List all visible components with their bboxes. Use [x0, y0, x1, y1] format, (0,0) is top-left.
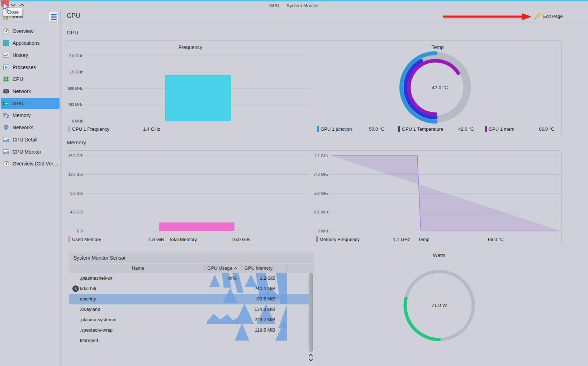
gpu-icon: GPU [3, 100, 9, 107]
svg-text:GPU: GPU [4, 102, 8, 105]
process-icon [72, 285, 79, 292]
legend-value: 66.0 °C [488, 237, 504, 242]
process-gpu-memory: 1.2 GiB [238, 275, 275, 281]
window-title: GPU — System Monitor [269, 3, 319, 8]
history-icon [3, 52, 9, 58]
svg-text:0 MHz: 0 MHz [72, 119, 83, 123]
tidal-hifi-icon [72, 285, 79, 292]
memory-bar-chart: 16.0 GiB12.0 GiB8.0 GiB4.0 GiB0 B [67, 151, 314, 245]
networks-icon [3, 124, 9, 131]
legend-label: GPU 1 mem [489, 126, 514, 132]
sidebar-item-label: Network [13, 88, 31, 94]
sidebar-item-label: History [13, 52, 28, 58]
sidebar-divider [60, 10, 61, 366]
sidebar-item-cpu[interactable]: CPU [1, 74, 60, 85]
sidebar-item-label: CPU Detail [13, 137, 37, 143]
sidebar-item-label: Overview (Old Ver… [13, 161, 58, 167]
process-icon [72, 316, 79, 323]
legend-swatch [398, 126, 400, 132]
table-row[interactable]: .plasma-systemm 229.2 MiB [69, 315, 309, 325]
gpu-section-label: GPU [67, 29, 79, 35]
legend-label: Memory Frequency [319, 237, 360, 242]
svg-text:0 MHz: 0 MHz [318, 229, 328, 233]
page-title: GPU [67, 12, 80, 20]
hamburger-menu-button[interactable] [49, 12, 59, 22]
legend-label: GPU 1 Frequency [72, 126, 109, 132]
processes-icon [3, 64, 9, 71]
table-row[interactable]: kthreadd [69, 336, 309, 346]
titlebar[interactable]: GPU — System Monitor [0, 1, 588, 10]
sidebar-item-history[interactable]: History [1, 49, 60, 61]
sidebar-item-cpu-detail[interactable]: CPU Detail [1, 134, 60, 145]
table-title: System Monitor Sensor [74, 255, 126, 261]
column-header-name[interactable]: Name [69, 265, 207, 271]
legend-label: Temp [418, 237, 430, 242]
annotation-arrow [442, 13, 532, 20]
table-row[interactable]: tidal-hifi 240.4 MiB [69, 284, 309, 294]
watts-center-value: 71.0 W [413, 303, 465, 308]
table-bottom-border [68, 362, 314, 362]
svg-text:281 MHz: 281 MHz [314, 210, 328, 214]
sidebar-item-label: Overview [13, 28, 33, 34]
svg-text:2.0 GHz: 2.0 GHz [69, 54, 83, 58]
process-icon [72, 337, 79, 344]
area-icon [3, 149, 9, 155]
network-icon [3, 88, 9, 95]
sidebar-item-cpu-monitor[interactable]: CPU Monitor [1, 146, 60, 157]
sidebar-item-overview-old-ver[interactable]: Overview (Old Ver… [1, 158, 60, 169]
legend-label: Used Memory [72, 237, 101, 242]
sidebar-item-label: Memory [13, 112, 31, 118]
mouse-cursor [3, 2, 11, 12]
table-row[interactable]: .spectacle-wrap 119.5 MiB [69, 325, 309, 336]
sidebar-item-applications[interactable]: Applications [1, 38, 60, 49]
legend-swatch [317, 126, 319, 132]
table-title-bar: System Monitor Sensor [69, 252, 314, 263]
window-maximize-chevron-up-icon[interactable] [19, 2, 25, 8]
legend-swatch [316, 236, 318, 242]
watts-chart: Watts 71.0 W [385, 252, 493, 363]
svg-text:1.1 GHz: 1.1 GHz [314, 154, 328, 158]
legend-value: 66.0 °C [539, 126, 555, 132]
process-icon [72, 295, 79, 303]
system-monitor-window: GPU — System Monitor Close Tools GPU [0, 0, 588, 366]
svg-text:493 MHz: 493 MHz [68, 102, 83, 107]
edit-page-label: Edit Page [543, 14, 563, 19]
sidebar-item-processes[interactable]: Processes [1, 62, 60, 73]
sidebar-item-gpu[interactable]: GPUGPU [1, 98, 60, 109]
process-gpu-memory: 119.5 MiB [238, 327, 275, 333]
sidebar-item-label: GPU [13, 101, 23, 106]
process-name: .plasma-systemm [80, 317, 117, 322]
sidebar-item-label: CPU [13, 76, 23, 82]
svg-text:562 MHz: 562 MHz [314, 191, 328, 196]
table-scrollbar-thumb[interactable] [309, 273, 313, 352]
memory-icon [3, 112, 9, 119]
memory-section-label: Memory [67, 139, 86, 145]
sidebar-item-networks[interactable]: Networks [1, 122, 60, 133]
column-header-gpu-memory[interactable]: GPU Memory [242, 265, 275, 271]
sidebar-item-label: Processes [13, 64, 36, 70]
process-name: Xwayland [80, 307, 100, 312]
sidebar-item-overview[interactable]: Overview [1, 25, 60, 37]
column-menu-icon[interactable]: ⋮ [285, 265, 289, 270]
svg-text:8.0 GiB: 8.0 GiB [70, 191, 83, 196]
legend-label: GPU 1 junction [321, 126, 352, 132]
area-icon [3, 136, 9, 143]
process-gpu-memory: 240.4 MiB [238, 286, 275, 291]
scroll-up-chevron-icon[interactable] [308, 353, 314, 357]
table-row[interactable]: .plasmashell-wr inf% 1.2 GiB [69, 273, 309, 284]
sidebar-item-network[interactable]: Network [1, 86, 60, 97]
process-name: .plasmashell-wr [80, 275, 112, 281]
process-gpu-memory: 229.2 MiB [238, 317, 275, 322]
cpu-icon [3, 76, 9, 82]
table-row[interactable]: alacritty 99.5 MiB [69, 294, 309, 304]
sidebar-item-memory[interactable]: Memory [1, 110, 60, 121]
process-table: System Monitor Sensor ⋮ Name GPU Usage ⋮… [69, 252, 314, 362]
table-row[interactable]: Xwayland 134.8 MiB [69, 304, 309, 315]
process-icon [72, 327, 79, 334]
process-gpu-memory: 134.8 MiB [238, 307, 275, 312]
process-gpu-usage: inf% [207, 275, 237, 281]
legend-label: GPU 1 Temperature [402, 126, 443, 132]
legend-value: 42.0 °C [458, 126, 474, 132]
column-header-gpu-usage[interactable]: GPU Usage [207, 265, 233, 271]
legend-swatch [485, 126, 487, 132]
